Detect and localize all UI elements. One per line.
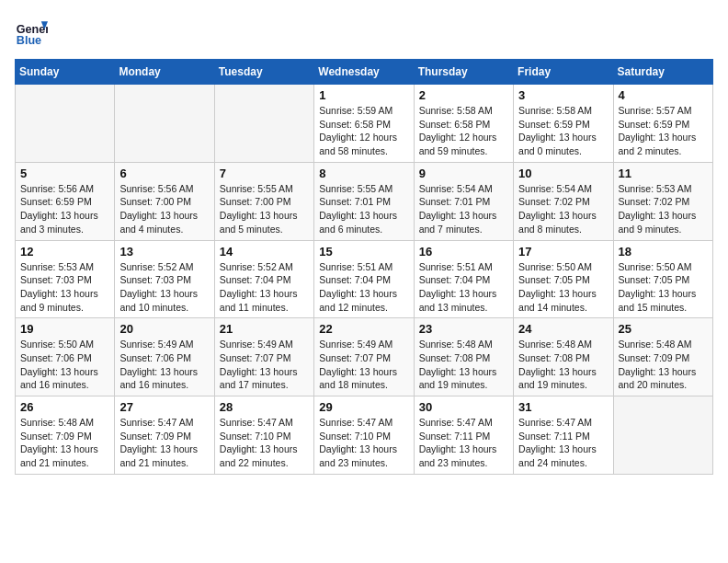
day-info: Sunrise: 5:54 AM Sunset: 7:01 PM Dayligh… bbox=[419, 182, 508, 236]
calendar-header-tuesday: Tuesday bbox=[214, 60, 313, 85]
calendar-cell: 23Sunrise: 5:48 AM Sunset: 7:08 PM Dayli… bbox=[414, 318, 513, 396]
calendar-header-wednesday: Wednesday bbox=[314, 60, 414, 85]
logo-icon: General Blue bbox=[15, 15, 48, 48]
calendar-cell: 22Sunrise: 5:49 AM Sunset: 7:07 PM Dayli… bbox=[314, 318, 414, 396]
calendar-cell: 8Sunrise: 5:55 AM Sunset: 7:01 PM Daylig… bbox=[314, 162, 414, 240]
calendar-cell: 25Sunrise: 5:48 AM Sunset: 7:09 PM Dayli… bbox=[613, 318, 712, 396]
day-number: 27 bbox=[119, 400, 209, 414]
calendar-cell bbox=[613, 396, 712, 475]
day-number: 17 bbox=[518, 245, 608, 259]
calendar-week-row: 12Sunrise: 5:53 AM Sunset: 7:03 PM Dayli… bbox=[16, 240, 713, 318]
calendar-cell: 31Sunrise: 5:47 AM Sunset: 7:11 PM Dayli… bbox=[514, 396, 613, 475]
day-number: 28 bbox=[220, 400, 309, 414]
day-info: Sunrise: 5:50 AM Sunset: 7:05 PM Dayligh… bbox=[619, 260, 708, 315]
day-info: Sunrise: 5:52 AM Sunset: 7:03 PM Dayligh… bbox=[119, 260, 209, 315]
calendar-week-row: 5Sunrise: 5:56 AM Sunset: 6:59 PM Daylig… bbox=[16, 162, 713, 240]
day-info: Sunrise: 5:50 AM Sunset: 7:05 PM Dayligh… bbox=[518, 260, 608, 315]
day-info: Sunrise: 5:55 AM Sunset: 7:01 PM Dayligh… bbox=[319, 182, 408, 236]
day-info: Sunrise: 5:54 AM Sunset: 7:02 PM Dayligh… bbox=[518, 182, 608, 236]
calendar-cell: 15Sunrise: 5:51 AM Sunset: 7:04 PM Dayli… bbox=[314, 240, 414, 318]
day-info: Sunrise: 5:47 AM Sunset: 7:11 PM Dayligh… bbox=[419, 416, 508, 470]
day-info: Sunrise: 5:55 AM Sunset: 7:00 PM Dayligh… bbox=[220, 182, 309, 236]
day-info: Sunrise: 5:53 AM Sunset: 7:02 PM Dayligh… bbox=[619, 182, 708, 236]
day-number: 1 bbox=[319, 88, 408, 102]
day-number: 15 bbox=[319, 245, 408, 259]
day-number: 5 bbox=[20, 167, 109, 180]
calendar-cell: 20Sunrise: 5:49 AM Sunset: 7:06 PM Dayli… bbox=[115, 318, 214, 396]
day-info: Sunrise: 5:47 AM Sunset: 7:10 PM Dayligh… bbox=[319, 416, 408, 470]
day-number: 2 bbox=[419, 88, 508, 102]
calendar-cell: 27Sunrise: 5:47 AM Sunset: 7:09 PM Dayli… bbox=[115, 396, 214, 475]
day-number: 7 bbox=[220, 167, 309, 180]
calendar-cell: 29Sunrise: 5:47 AM Sunset: 7:10 PM Dayli… bbox=[314, 396, 414, 475]
calendar-cell: 10Sunrise: 5:54 AM Sunset: 7:02 PM Dayli… bbox=[514, 162, 613, 240]
day-number: 6 bbox=[119, 167, 209, 180]
calendar-cell: 17Sunrise: 5:50 AM Sunset: 7:05 PM Dayli… bbox=[514, 240, 613, 318]
calendar-cell: 13Sunrise: 5:52 AM Sunset: 7:03 PM Dayli… bbox=[115, 240, 214, 318]
day-info: Sunrise: 5:58 AM Sunset: 6:59 PM Dayligh… bbox=[518, 104, 608, 158]
calendar-cell: 16Sunrise: 5:51 AM Sunset: 7:04 PM Dayli… bbox=[414, 240, 513, 318]
day-info: Sunrise: 5:51 AM Sunset: 7:04 PM Dayligh… bbox=[419, 260, 508, 315]
day-info: Sunrise: 5:48 AM Sunset: 7:09 PM Dayligh… bbox=[20, 416, 109, 470]
day-number: 19 bbox=[20, 322, 109, 336]
day-number: 22 bbox=[319, 322, 408, 336]
calendar-cell bbox=[214, 85, 313, 163]
day-info: Sunrise: 5:48 AM Sunset: 7:08 PM Dayligh… bbox=[419, 338, 508, 392]
day-number: 13 bbox=[119, 245, 209, 259]
calendar-cell: 6Sunrise: 5:56 AM Sunset: 7:00 PM Daylig… bbox=[115, 162, 214, 240]
calendar-week-row: 19Sunrise: 5:50 AM Sunset: 7:06 PM Dayli… bbox=[16, 318, 713, 396]
calendar-header-row: SundayMondayTuesdayWednesdayThursdayFrid… bbox=[16, 60, 713, 85]
page-header: General Blue bbox=[15, 15, 713, 48]
day-info: Sunrise: 5:47 AM Sunset: 7:11 PM Dayligh… bbox=[518, 416, 608, 470]
day-number: 11 bbox=[619, 167, 708, 180]
day-info: Sunrise: 5:51 AM Sunset: 7:04 PM Dayligh… bbox=[319, 260, 408, 315]
day-number: 18 bbox=[619, 245, 708, 259]
day-info: Sunrise: 5:56 AM Sunset: 7:00 PM Dayligh… bbox=[119, 182, 209, 236]
calendar-header-saturday: Saturday bbox=[613, 60, 712, 85]
day-number: 4 bbox=[619, 88, 708, 102]
calendar-cell: 28Sunrise: 5:47 AM Sunset: 7:10 PM Dayli… bbox=[214, 396, 313, 475]
calendar-cell: 19Sunrise: 5:50 AM Sunset: 7:06 PM Dayli… bbox=[16, 318, 115, 396]
calendar-cell: 1Sunrise: 5:59 AM Sunset: 6:58 PM Daylig… bbox=[314, 85, 414, 163]
day-number: 8 bbox=[319, 167, 408, 180]
day-number: 21 bbox=[220, 322, 309, 336]
calendar-header-monday: Monday bbox=[115, 60, 214, 85]
day-number: 26 bbox=[20, 400, 109, 414]
day-number: 30 bbox=[419, 400, 508, 414]
day-number: 25 bbox=[619, 322, 708, 336]
calendar-cell: 24Sunrise: 5:48 AM Sunset: 7:08 PM Dayli… bbox=[514, 318, 613, 396]
day-info: Sunrise: 5:57 AM Sunset: 6:59 PM Dayligh… bbox=[619, 104, 708, 158]
day-number: 10 bbox=[518, 167, 608, 180]
day-number: 16 bbox=[419, 245, 508, 259]
day-info: Sunrise: 5:49 AM Sunset: 7:07 PM Dayligh… bbox=[220, 338, 309, 392]
calendar-cell bbox=[115, 85, 214, 163]
calendar-table: SundayMondayTuesdayWednesdayThursdayFrid… bbox=[15, 59, 713, 475]
calendar-header-friday: Friday bbox=[514, 60, 613, 85]
calendar-cell: 21Sunrise: 5:49 AM Sunset: 7:07 PM Dayli… bbox=[214, 318, 313, 396]
calendar-cell bbox=[16, 85, 115, 163]
calendar-header-sunday: Sunday bbox=[16, 60, 115, 85]
calendar-header-thursday: Thursday bbox=[414, 60, 513, 85]
day-number: 12 bbox=[20, 245, 109, 259]
day-info: Sunrise: 5:48 AM Sunset: 7:09 PM Dayligh… bbox=[619, 338, 708, 392]
calendar-cell: 14Sunrise: 5:52 AM Sunset: 7:04 PM Dayli… bbox=[214, 240, 313, 318]
day-number: 23 bbox=[419, 322, 508, 336]
calendar-cell: 11Sunrise: 5:53 AM Sunset: 7:02 PM Dayli… bbox=[613, 162, 712, 240]
calendar-week-row: 1Sunrise: 5:59 AM Sunset: 6:58 PM Daylig… bbox=[16, 85, 713, 163]
calendar-cell: 2Sunrise: 5:58 AM Sunset: 6:58 PM Daylig… bbox=[414, 85, 513, 163]
day-number: 3 bbox=[518, 88, 608, 102]
calendar-cell: 18Sunrise: 5:50 AM Sunset: 7:05 PM Dayli… bbox=[613, 240, 712, 318]
calendar-cell: 7Sunrise: 5:55 AM Sunset: 7:00 PM Daylig… bbox=[214, 162, 313, 240]
day-info: Sunrise: 5:47 AM Sunset: 7:10 PM Dayligh… bbox=[220, 416, 309, 470]
day-info: Sunrise: 5:52 AM Sunset: 7:04 PM Dayligh… bbox=[220, 260, 309, 315]
calendar-cell: 5Sunrise: 5:56 AM Sunset: 6:59 PM Daylig… bbox=[16, 162, 115, 240]
day-number: 31 bbox=[518, 400, 608, 414]
day-info: Sunrise: 5:49 AM Sunset: 7:07 PM Dayligh… bbox=[319, 338, 408, 392]
day-info: Sunrise: 5:59 AM Sunset: 6:58 PM Dayligh… bbox=[319, 104, 408, 158]
calendar-cell: 30Sunrise: 5:47 AM Sunset: 7:11 PM Dayli… bbox=[414, 396, 513, 475]
day-info: Sunrise: 5:50 AM Sunset: 7:06 PM Dayligh… bbox=[20, 338, 109, 392]
day-number: 9 bbox=[419, 167, 508, 180]
day-info: Sunrise: 5:53 AM Sunset: 7:03 PM Dayligh… bbox=[20, 260, 109, 315]
day-info: Sunrise: 5:58 AM Sunset: 6:58 PM Dayligh… bbox=[419, 104, 508, 158]
calendar-week-row: 26Sunrise: 5:48 AM Sunset: 7:09 PM Dayli… bbox=[16, 396, 713, 475]
